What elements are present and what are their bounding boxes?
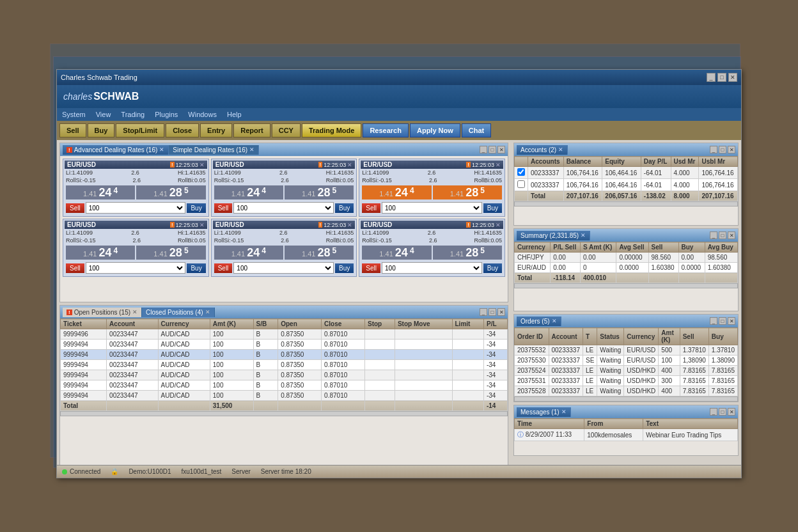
summary-scrollbar-h[interactable]: [514, 283, 738, 288]
tab-close-messages[interactable]: ✕: [561, 409, 567, 415]
menu-view[interactable]: View: [96, 111, 111, 118]
tab-close-orders[interactable]: ✕: [552, 318, 557, 324]
tab-summary[interactable]: Summary (2,331.85) ✕: [517, 231, 590, 240]
table-cell: USD/HKD: [624, 376, 659, 386]
messages-close[interactable]: ✕: [728, 408, 735, 416]
tab-close-simple[interactable]: ✕: [249, 146, 254, 153]
dealing-close[interactable]: ✕: [497, 146, 505, 153]
rate-li: Li:1.41099: [214, 169, 241, 176]
tab-accounts[interactable]: Accounts (2) ✕: [517, 145, 568, 155]
ask-sup: 5: [184, 186, 189, 195]
table-cell: [452, 350, 483, 360]
close-rate-icon[interactable]: ✕: [347, 162, 352, 168]
tab-close-closed[interactable]: ✕: [205, 309, 210, 315]
accounts-check1[interactable]: [515, 167, 528, 179]
orders-maximize[interactable]: □: [719, 317, 726, 325]
tab-orders[interactable]: Orders (5) ✕: [517, 317, 561, 326]
positions-table-container: TicketAccountCurrencyAmt (K)S/BOpenClose…: [60, 318, 508, 411]
rate-buy-button[interactable]: Buy: [335, 263, 354, 273]
rate-sell-button[interactable]: Sell: [214, 203, 233, 213]
rate-buy-button[interactable]: Buy: [335, 203, 354, 213]
rate-pair: EUR/USD: [67, 221, 96, 228]
rate-buy-button[interactable]: Buy: [187, 263, 205, 273]
dealing-maximize[interactable]: □: [489, 146, 496, 153]
close-rate-icon[interactable]: ✕: [496, 162, 501, 168]
apply-now-button[interactable]: Apply Now: [410, 123, 460, 137]
rate-sell-button[interactable]: Sell: [66, 263, 84, 273]
tab-close-accounts[interactable]: ✕: [558, 146, 563, 153]
rate-size-select[interactable]: 100: [233, 202, 334, 214]
trading-mode-button[interactable]: Trading Mode: [302, 123, 362, 137]
lock-icon: 🔒: [111, 468, 118, 475]
table-row: 999949600233447AUD/CAD100B0.873500.87010…: [61, 329, 508, 340]
rate-buy-button[interactable]: Buy: [187, 203, 205, 213]
tab-close-advanced[interactable]: ✕: [159, 146, 164, 153]
positions-close[interactable]: ✕: [497, 308, 505, 316]
positions-maximize[interactable]: □: [489, 308, 496, 316]
summary-minimize[interactable]: _: [710, 231, 717, 239]
sell-button[interactable]: Sell: [59, 123, 86, 137]
rate-size-select[interactable]: 100: [86, 262, 186, 274]
table-cell: [395, 340, 452, 350]
rate-size-select[interactable]: 100: [382, 202, 482, 214]
menu-trading[interactable]: Trading: [121, 111, 145, 118]
rate-sell-button[interactable]: Sell: [362, 203, 380, 213]
summary-table: Currency P/L Sell S Amt (K) Avg Sell Sel…: [514, 242, 738, 283]
orders-minimize[interactable]: _: [710, 317, 717, 325]
tab-close-summary[interactable]: ✕: [581, 232, 586, 239]
table-cell: 100: [659, 356, 680, 366]
menu-plugins[interactable]: Plugins: [155, 111, 178, 118]
bid-sup: 4: [262, 186, 266, 195]
summary-maximize[interactable]: □: [719, 231, 726, 239]
close-rate-icon[interactable]: ✕: [496, 222, 501, 228]
buy-button[interactable]: Buy: [88, 123, 115, 137]
dealing-minimize[interactable]: _: [480, 146, 487, 153]
orders-scrollbar-h[interactable]: [514, 396, 738, 402]
rate-buy-button[interactable]: Buy: [483, 203, 502, 213]
table-cell: 500: [659, 345, 680, 356]
chat-button[interactable]: Chat: [462, 123, 491, 137]
rate-buy-button[interactable]: Buy: [483, 263, 502, 273]
menu-system[interactable]: System: [62, 111, 86, 118]
rate-size-select[interactable]: 100: [86, 202, 186, 214]
close-rate-icon[interactable]: ✕: [199, 162, 205, 168]
menu-help[interactable]: Help: [227, 111, 242, 118]
close-rate-icon[interactable]: ✕: [347, 222, 352, 228]
tab-advanced-dealing[interactable]: ! Advanced Dealing Rates (16) ✕: [63, 145, 169, 155]
rate-hi: Hi:1.41635: [178, 230, 206, 236]
rate-size-select[interactable]: 100: [382, 262, 482, 274]
table-cell: USD/HKD: [624, 386, 659, 396]
stop-limit-button[interactable]: Stop/Limit: [116, 123, 164, 137]
menu-windows[interactable]: Windows: [188, 111, 217, 118]
accounts-minimize[interactable]: _: [710, 146, 717, 153]
table-row: 2037553200233337LEWaitingEUR/USD5001.378…: [515, 345, 738, 356]
entry-button[interactable]: Entry: [200, 123, 232, 137]
tab-messages[interactable]: Messages (1) ✕: [517, 407, 571, 417]
accounts-scrollbar-h[interactable]: [514, 201, 738, 207]
tab-closed-positions[interactable]: Closed Positions (4) ✕: [142, 308, 214, 317]
tab-close-open[interactable]: ✕: [132, 309, 137, 315]
rate-sell-button[interactable]: Sell: [66, 203, 84, 213]
rate-sell-button[interactable]: Sell: [214, 263, 233, 273]
close-rate-icon[interactable]: ✕: [199, 222, 205, 228]
positions-scrollbar-h[interactable]: [60, 411, 508, 416]
orders-close[interactable]: ✕: [728, 317, 735, 325]
rate-size-select[interactable]: 100: [233, 262, 334, 274]
accounts-maximize[interactable]: □: [719, 146, 726, 153]
rate-sell-button[interactable]: Sell: [362, 263, 380, 273]
close-button[interactable]: ✕: [728, 73, 737, 82]
close-button[interactable]: Close: [166, 123, 199, 137]
ccy-button[interactable]: CCY: [272, 123, 301, 137]
report-button[interactable]: Report: [233, 123, 270, 137]
tab-simple-dealing[interactable]: Simple Dealing Rates (16) ✕: [169, 145, 259, 155]
maximize-button[interactable]: □: [717, 73, 726, 82]
tab-open-positions[interactable]: ! Open Positions (15) ✕: [63, 308, 142, 317]
messages-maximize[interactable]: □: [719, 408, 726, 416]
minimize-button[interactable]: _: [707, 73, 716, 82]
summary-close[interactable]: ✕: [728, 231, 735, 239]
positions-minimize[interactable]: _: [480, 308, 487, 316]
messages-minimize[interactable]: _: [710, 408, 717, 416]
research-button[interactable]: Research: [363, 123, 409, 137]
accounts-check2[interactable]: [515, 179, 528, 191]
accounts-close[interactable]: ✕: [728, 146, 735, 153]
